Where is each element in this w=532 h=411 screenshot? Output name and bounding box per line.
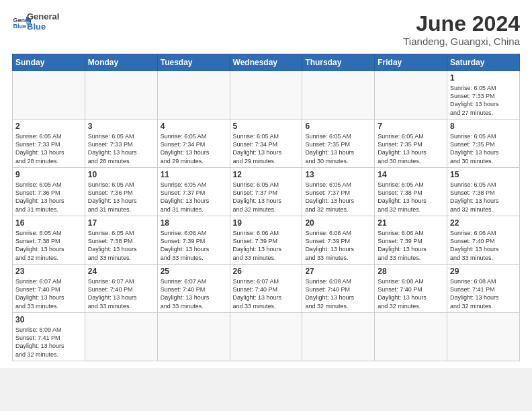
day-number: 28 [378, 267, 444, 276]
calendar-cell: 5Sunrise: 6:05 AM Sunset: 7:34 PM Daylig… [230, 120, 302, 168]
day-number: 14 [378, 170, 444, 179]
day-info: Sunrise: 6:05 AM Sunset: 7:35 PM Dayligh… [378, 132, 444, 165]
calendar-cell: 25Sunrise: 6:07 AM Sunset: 7:40 PM Dayli… [157, 265, 230, 313]
title-block: June 2024 Tiandeng, Guangxi, China [403, 12, 520, 47]
day-info: Sunrise: 6:05 AM Sunset: 7:33 PM Dayligh… [15, 132, 82, 165]
calendar-cell: 24Sunrise: 6:07 AM Sunset: 7:40 PM Dayli… [85, 265, 157, 313]
calendar-cell [230, 71, 302, 120]
weekday-header: Thursday [302, 54, 375, 71]
weekday-header: Sunday [13, 54, 85, 71]
day-number: 12 [233, 170, 300, 179]
header: General Blue General Blue June 2024 Tian… [12, 12, 520, 47]
calendar-week-row: 9Sunrise: 6:05 AM Sunset: 7:36 PM Daylig… [13, 168, 520, 216]
calendar-cell: 20Sunrise: 6:06 AM Sunset: 7:39 PM Dayli… [302, 216, 375, 265]
day-number: 29 [450, 267, 517, 276]
day-number: 26 [233, 267, 300, 276]
calendar-cell: 10Sunrise: 6:05 AM Sunset: 7:36 PM Dayli… [85, 168, 157, 216]
weekday-header: Wednesday [230, 54, 302, 71]
day-info: Sunrise: 6:07 AM Sunset: 7:40 PM Dayligh… [161, 277, 227, 310]
calendar-week-row: 2Sunrise: 6:05 AM Sunset: 7:33 PM Daylig… [13, 120, 520, 168]
day-info: Sunrise: 6:08 AM Sunset: 7:40 PM Dayligh… [305, 277, 371, 310]
day-number: 8 [450, 122, 517, 131]
calendar-cell: 6Sunrise: 6:05 AM Sunset: 7:35 PM Daylig… [302, 120, 375, 168]
day-info: Sunrise: 6:06 AM Sunset: 7:39 PM Dayligh… [161, 229, 227, 262]
day-info: Sunrise: 6:07 AM Sunset: 7:40 PM Dayligh… [15, 277, 82, 310]
day-number: 3 [88, 122, 154, 131]
calendar-cell: 11Sunrise: 6:05 AM Sunset: 7:37 PM Dayli… [157, 168, 230, 216]
day-number: 15 [450, 170, 517, 179]
calendar-cell: 21Sunrise: 6:06 AM Sunset: 7:39 PM Dayli… [375, 216, 447, 265]
day-info: Sunrise: 6:05 AM Sunset: 7:37 PM Dayligh… [161, 181, 227, 214]
day-number: 11 [161, 170, 227, 179]
day-number: 24 [88, 267, 154, 276]
day-number: 30 [15, 315, 82, 324]
calendar-week-row: 23Sunrise: 6:07 AM Sunset: 7:40 PM Dayli… [13, 265, 520, 313]
month-title: June 2024 [403, 12, 520, 36]
day-info: Sunrise: 6:05 AM Sunset: 7:33 PM Dayligh… [88, 132, 154, 165]
day-number: 1 [450, 73, 517, 83]
day-info: Sunrise: 6:05 AM Sunset: 7:33 PM Dayligh… [450, 84, 517, 117]
day-number: 6 [305, 122, 371, 131]
logo-blue-text: Blue [27, 22, 59, 32]
calendar-cell [85, 71, 157, 120]
calendar-cell [447, 313, 520, 361]
calendar-week-row: 30Sunrise: 6:09 AM Sunset: 7:41 PM Dayli… [13, 313, 520, 361]
weekday-header: Tuesday [157, 54, 230, 71]
day-number: 5 [233, 122, 300, 131]
day-info: Sunrise: 6:05 AM Sunset: 7:34 PM Dayligh… [161, 132, 227, 165]
calendar-cell: 2Sunrise: 6:05 AM Sunset: 7:33 PM Daylig… [13, 120, 85, 168]
calendar-week-row: 1Sunrise: 6:05 AM Sunset: 7:33 PM Daylig… [13, 71, 520, 120]
day-info: Sunrise: 6:07 AM Sunset: 7:40 PM Dayligh… [233, 277, 300, 310]
logo-general-text: General [27, 12, 59, 22]
day-info: Sunrise: 6:06 AM Sunset: 7:39 PM Dayligh… [233, 229, 300, 262]
calendar-cell: 30Sunrise: 6:09 AM Sunset: 7:41 PM Dayli… [13, 313, 85, 361]
calendar-cell: 4Sunrise: 6:05 AM Sunset: 7:34 PM Daylig… [157, 120, 230, 168]
calendar-cell [13, 71, 85, 120]
calendar-cell [157, 313, 230, 361]
day-info: Sunrise: 6:05 AM Sunset: 7:36 PM Dayligh… [15, 181, 82, 214]
calendar-cell [375, 71, 447, 120]
day-info: Sunrise: 6:06 AM Sunset: 7:39 PM Dayligh… [305, 229, 371, 262]
calendar-cell: 27Sunrise: 6:08 AM Sunset: 7:40 PM Dayli… [302, 265, 375, 313]
calendar-cell: 26Sunrise: 6:07 AM Sunset: 7:40 PM Dayli… [230, 265, 302, 313]
day-number: 16 [15, 218, 82, 228]
day-info: Sunrise: 6:08 AM Sunset: 7:41 PM Dayligh… [450, 277, 517, 310]
calendar-cell: 9Sunrise: 6:05 AM Sunset: 7:36 PM Daylig… [13, 168, 85, 216]
calendar-cell: 3Sunrise: 6:05 AM Sunset: 7:33 PM Daylig… [85, 120, 157, 168]
day-number: 22 [450, 218, 517, 228]
calendar-week-row: 16Sunrise: 6:05 AM Sunset: 7:38 PM Dayli… [13, 216, 520, 265]
day-info: Sunrise: 6:05 AM Sunset: 7:37 PM Dayligh… [233, 181, 300, 214]
day-info: Sunrise: 6:07 AM Sunset: 7:40 PM Dayligh… [88, 277, 154, 310]
logo: General Blue General Blue [12, 12, 59, 32]
weekday-header: Saturday [447, 54, 520, 71]
day-number: 10 [88, 170, 154, 179]
calendar-cell: 1Sunrise: 6:05 AM Sunset: 7:33 PM Daylig… [447, 71, 520, 120]
day-number: 27 [305, 267, 371, 276]
calendar-cell: 15Sunrise: 6:05 AM Sunset: 7:38 PM Dayli… [447, 168, 520, 216]
calendar-cell: 29Sunrise: 6:08 AM Sunset: 7:41 PM Dayli… [447, 265, 520, 313]
weekday-header: Friday [375, 54, 447, 71]
calendar-cell: 19Sunrise: 6:06 AM Sunset: 7:39 PM Dayli… [230, 216, 302, 265]
day-info: Sunrise: 6:09 AM Sunset: 7:41 PM Dayligh… [15, 326, 82, 359]
calendar-cell: 7Sunrise: 6:05 AM Sunset: 7:35 PM Daylig… [375, 120, 447, 168]
calendar-cell: 16Sunrise: 6:05 AM Sunset: 7:38 PM Dayli… [13, 216, 85, 265]
calendar-cell: 22Sunrise: 6:06 AM Sunset: 7:40 PM Dayli… [447, 216, 520, 265]
day-number: 25 [161, 267, 227, 276]
day-info: Sunrise: 6:05 AM Sunset: 7:38 PM Dayligh… [450, 181, 517, 214]
day-number: 2 [15, 122, 82, 131]
calendar-cell [85, 313, 157, 361]
calendar-cell [157, 71, 230, 120]
day-info: Sunrise: 6:05 AM Sunset: 7:35 PM Dayligh… [450, 132, 517, 165]
calendar-cell [302, 313, 375, 361]
day-info: Sunrise: 6:08 AM Sunset: 7:40 PM Dayligh… [378, 277, 444, 310]
calendar-cell: 12Sunrise: 6:05 AM Sunset: 7:37 PM Dayli… [230, 168, 302, 216]
day-number: 23 [15, 267, 82, 276]
calendar-cell: 8Sunrise: 6:05 AM Sunset: 7:35 PM Daylig… [447, 120, 520, 168]
day-number: 17 [88, 218, 154, 228]
calendar-cell: 18Sunrise: 6:06 AM Sunset: 7:39 PM Dayli… [157, 216, 230, 265]
day-info: Sunrise: 6:05 AM Sunset: 7:36 PM Dayligh… [88, 181, 154, 214]
day-info: Sunrise: 6:05 AM Sunset: 7:38 PM Dayligh… [15, 229, 82, 262]
day-number: 7 [378, 122, 444, 131]
day-number: 13 [305, 170, 371, 179]
calendar-cell: 17Sunrise: 6:05 AM Sunset: 7:38 PM Dayli… [85, 216, 157, 265]
